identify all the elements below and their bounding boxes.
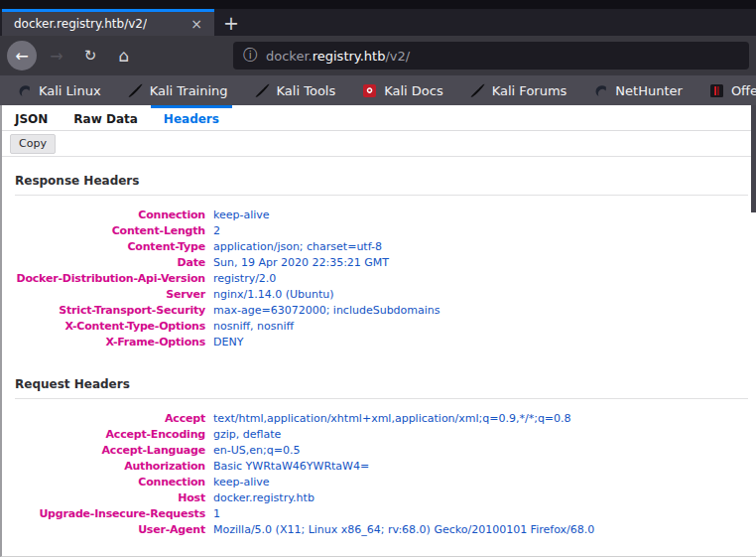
header-value: text/html,application/xhtml+xml,applicat…: [213, 411, 748, 427]
header-value: 2: [213, 223, 748, 239]
tab-title: docker.registry.htb/v2/: [14, 17, 147, 31]
response-headers-table: Connectionkeep-aliveContent-Length2Conte…: [15, 208, 748, 350]
request-headers-title: Request Headers: [15, 377, 748, 391]
bookmark-label: Kali Tools: [277, 83, 336, 98]
bookmark-kali-docs[interactable]: Kali Docs: [362, 83, 443, 98]
header-value: keep-alive: [213, 208, 748, 223]
header-value: registry/2.0: [213, 271, 748, 287]
header-value: docker.registry.htb: [213, 490, 748, 506]
headers-panel: Response Headers Connectionkeep-aliveCon…: [2, 157, 756, 538]
bookmarks-toolbar: Kali LinuxKali TrainingKali ToolsKali Do…: [0, 75, 756, 105]
bookmark-label: Kali Linux: [39, 83, 101, 98]
jsonviewer-tab-strip: JSONRaw DataHeaders: [2, 105, 756, 131]
header-name: Strict-Transport-Security: [15, 303, 205, 319]
header-value: keep-alive: [213, 475, 748, 490]
header-name: User-Agent: [15, 522, 205, 538]
header-value: nginx/1.14.0 (Ubuntu): [213, 287, 748, 303]
header-value: application/json; charset=utf-8: [213, 239, 748, 255]
header-value: Sun, 19 Apr 2020 22:35:21 GMT: [213, 255, 748, 271]
home-icon: ⌂: [119, 46, 130, 66]
back-arrow-icon: ←: [15, 47, 28, 66]
divider: [15, 398, 748, 399]
plus-icon: +: [223, 12, 239, 34]
response-headers-title: Response Headers: [15, 174, 748, 188]
header-value: gzip, deflate: [213, 427, 748, 443]
kali-dragon-icon: [593, 83, 608, 98]
home-button[interactable]: ⌂: [110, 46, 138, 66]
header-name: Connection: [15, 475, 205, 490]
kali-dragon-icon: [17, 83, 32, 98]
header-name: X-Frame-Options: [15, 335, 205, 350]
bookmark-label: Kali Training: [150, 83, 228, 98]
header-name: Server: [15, 287, 205, 303]
url-text: docker.registry.htb/v2/: [266, 49, 410, 64]
header-value: Basic YWRtaW46YWRtaW4=: [213, 459, 748, 475]
browser-tab-bar: docker.registry.htb/v2/ × +: [0, 0, 756, 36]
header-name: Accept-Language: [15, 443, 205, 459]
new-tab-button[interactable]: +: [214, 9, 248, 36]
response-headers-section: Response Headers Connectionkeep-aliveCon…: [15, 174, 748, 350]
bookmark-label: Kali Forums: [492, 83, 567, 98]
header-value: DENY: [213, 335, 748, 350]
kali-swoosh-icon: [470, 83, 485, 98]
url-path: /v2/: [385, 49, 410, 64]
kali-swoosh-icon: [128, 83, 143, 98]
request-headers-table: Accepttext/html,application/xhtml+xml,ap…: [15, 411, 748, 538]
request-headers-section: Request Headers Accepttext/html,applicat…: [15, 377, 748, 538]
bookmark-kali-tools[interactable]: Kali Tools: [255, 83, 336, 98]
browser-tab-active[interactable]: docker.registry.htb/v2/ ×: [2, 9, 214, 36]
divider: [15, 195, 748, 196]
header-name: Accept: [15, 411, 205, 427]
back-button[interactable]: ←: [7, 41, 37, 70]
url-subdomain: docker.: [266, 49, 313, 64]
page-content: JSONRaw DataHeaders Copy Response Header…: [0, 105, 756, 557]
tab-row: docker.registry.htb/v2/ × +: [0, 9, 756, 36]
kali-docs-icon: [362, 83, 377, 98]
tab-close-icon[interactable]: ×: [187, 16, 206, 32]
tab-raw-data[interactable]: Raw Data: [61, 105, 151, 130]
header-name: X-Content-Type-Options: [15, 319, 205, 335]
headers-toolbar: Copy: [2, 131, 756, 157]
header-name: Content-Type: [15, 239, 205, 255]
reload-button[interactable]: ↻: [76, 47, 104, 65]
header-name: Date: [15, 255, 205, 271]
url-bar[interactable]: ⓘ docker.registry.htb/v2/: [233, 42, 749, 70]
header-name: Docker-Distribution-Api-Version: [15, 271, 205, 287]
bookmark-label: Offensive Securit: [731, 83, 756, 98]
copy-button[interactable]: Copy: [10, 134, 56, 154]
header-value: 1: [213, 506, 748, 522]
bookmark-label: NetHunter: [615, 83, 683, 98]
bookmark-kali-training[interactable]: Kali Training: [128, 83, 228, 98]
bookmark-kali-linux[interactable]: Kali Linux: [17, 83, 101, 98]
header-value: en-US,en;q=0.5: [213, 443, 748, 459]
header-name: Connection: [15, 208, 205, 223]
header-value: max-age=63072000; includeSubdomains: [213, 303, 748, 319]
header-value: Mozilla/5.0 (X11; Linux x86_64; rv:68.0)…: [213, 522, 748, 538]
navigation-bar: ← → ↻ ⌂ ⓘ docker.registry.htb/v2/: [0, 36, 756, 75]
forward-button[interactable]: →: [43, 47, 70, 66]
tab-json[interactable]: JSON: [2, 105, 61, 130]
bookmark-kali-forums[interactable]: Kali Forums: [470, 83, 567, 98]
bookmark-label: Kali Docs: [384, 83, 443, 98]
url-domain: registry.htb: [313, 49, 386, 64]
header-value: nosniff, nosniff: [213, 319, 748, 335]
scrollbar-thumb[interactable]: [751, 105, 756, 212]
header-name: Upgrade-Insecure-Requests: [15, 506, 205, 522]
reload-icon: ↻: [84, 47, 97, 65]
site-info-icon[interactable]: ⓘ: [243, 47, 257, 65]
tab-headers[interactable]: Headers: [151, 105, 232, 130]
header-name: Content-Length: [15, 223, 205, 239]
offsec-icon: [709, 83, 724, 98]
forward-arrow-icon: →: [50, 47, 63, 66]
bookmark-nethunter[interactable]: NetHunter: [593, 83, 683, 98]
bookmark-offensive-securit[interactable]: Offensive Securit: [709, 83, 756, 98]
header-name: Accept-Encoding: [15, 427, 205, 443]
header-name: Host: [15, 490, 205, 506]
header-name: Authorization: [15, 459, 205, 475]
kali-swoosh-icon: [255, 83, 270, 98]
